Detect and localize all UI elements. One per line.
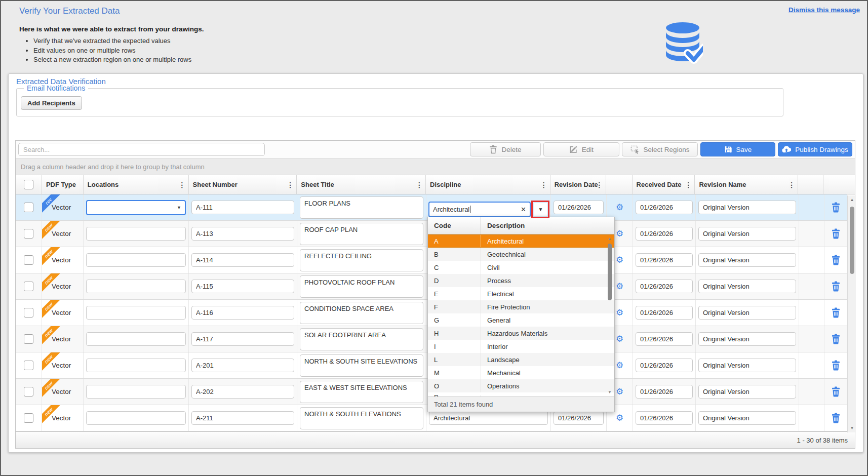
discipline-option[interactable]: O Operations: [428, 379, 614, 392]
received-date-input[interactable]: [636, 306, 693, 320]
gear-icon[interactable]: ⚙: [616, 282, 623, 291]
locations-input[interactable]: [86, 332, 186, 346]
column-header-revision-name[interactable]: Revision Name⋮: [695, 175, 798, 194]
gear-icon[interactable]: ⚙: [616, 414, 623, 422]
received-date-input[interactable]: [636, 332, 693, 346]
group-drop-zone[interactable]: Drag a column header and drop it here to…: [16, 158, 855, 175]
revision-name-input[interactable]: [698, 359, 796, 372]
locations-input[interactable]: [86, 227, 186, 241]
column-header-received-date[interactable]: Received Date⋮: [633, 175, 695, 194]
locations-input[interactable]: [86, 359, 186, 372]
gear-icon[interactable]: ⚙: [616, 229, 623, 238]
received-date-input[interactable]: [636, 359, 693, 372]
sheet-number-input[interactable]: [191, 280, 294, 293]
row-checkbox[interactable]: [24, 413, 33, 423]
delete-row-button[interactable]: [831, 334, 841, 344]
column-header-sheet-number[interactable]: Sheet Number⋮: [189, 175, 297, 194]
discipline-option[interactable]: I Interior: [428, 340, 614, 353]
save-button[interactable]: Save: [700, 142, 775, 156]
discipline-option[interactable]: L Landscape: [428, 353, 614, 366]
column-menu-icon[interactable]: ⋮: [179, 181, 186, 189]
sheet-number-input[interactable]: [191, 306, 294, 320]
column-menu-icon[interactable]: ⋮: [685, 181, 692, 189]
row-checkbox[interactable]: [24, 361, 33, 370]
discipline-option[interactable]: A Architectural: [428, 234, 614, 248]
sheet-title-box[interactable]: EAST & WEST SITE ELEVATIONS: [300, 381, 423, 403]
discipline-option[interactable]: F Fire Protection: [428, 300, 614, 313]
scroll-up-icon[interactable]: ▲: [607, 236, 613, 241]
row-checkbox[interactable]: [24, 387, 33, 396]
locations-input[interactable]: [86, 200, 186, 215]
row-checkbox[interactable]: [24, 308, 33, 318]
column-menu-icon[interactable]: ⋮: [416, 181, 423, 189]
gear-icon[interactable]: ⚙: [616, 335, 623, 343]
sheet-number-input[interactable]: [191, 411, 294, 425]
gear-icon[interactable]: ⚙: [616, 256, 623, 264]
clear-icon[interactable]: ✕: [521, 206, 526, 213]
sheet-number-input[interactable]: [191, 359, 294, 372]
publish-drawings-button[interactable]: Publish Drawings: [778, 142, 852, 156]
delete-row-button[interactable]: [831, 202, 841, 213]
select-all-checkbox[interactable]: [24, 180, 33, 189]
delete-row-button[interactable]: [831, 386, 841, 397]
sheet-title-box[interactable]: NORTH & SOUTH SITE ELEVATIONS: [300, 354, 423, 377]
dismiss-message-link[interactable]: Dismiss this message: [788, 6, 860, 14]
revision-name-input[interactable]: [698, 306, 796, 320]
row-checkbox[interactable]: [24, 229, 33, 239]
sheet-title-box[interactable]: FLOOR PLANS: [300, 196, 423, 219]
locations-input[interactable]: [86, 306, 186, 320]
discipline-option[interactable]: M Mechanical: [428, 366, 614, 379]
add-recipients-button[interactable]: Add Recipients: [21, 96, 82, 110]
gear-icon[interactable]: ⚙: [616, 361, 623, 370]
delete-row-button[interactable]: [831, 307, 841, 318]
revision-name-input[interactable]: [698, 332, 796, 346]
delete-row-button[interactable]: [831, 360, 841, 371]
received-date-input[interactable]: [636, 385, 693, 399]
discipline-option[interactable]: E Electrical: [428, 287, 614, 300]
delete-row-button[interactable]: [831, 413, 841, 423]
revision-date-input[interactable]: [554, 201, 604, 214]
received-date-input[interactable]: [636, 411, 693, 425]
discipline-option[interactable]: H Hazardous Materials: [428, 327, 614, 340]
revision-name-input[interactable]: [698, 201, 796, 214]
delete-button[interactable]: Delete: [470, 142, 541, 156]
delete-row-button[interactable]: [831, 281, 841, 292]
search-input[interactable]: [18, 143, 265, 156]
sheet-title-box[interactable]: NORTH & SOUTH ELEVATIONS: [300, 407, 423, 429]
grid-vertical-scrollbar[interactable]: ▲ ▼: [847, 195, 856, 432]
scroll-up-icon[interactable]: ▲: [848, 197, 856, 202]
locations-input[interactable]: [86, 411, 186, 425]
sheet-title-box[interactable]: REFLECTED CEILING: [300, 249, 423, 271]
column-menu-icon[interactable]: ⋮: [788, 181, 795, 189]
revision-name-input[interactable]: [698, 385, 796, 399]
sheet-number-input[interactable]: [191, 227, 294, 241]
locations-input[interactable]: [86, 385, 186, 399]
delete-row-button[interactable]: [831, 255, 841, 265]
row-checkbox[interactable]: [24, 203, 33, 212]
scrollbar-thumb[interactable]: [850, 207, 854, 274]
discipline-option[interactable]: P Plumbing: [428, 392, 614, 396]
discipline-option[interactable]: B Geotechnical: [428, 248, 614, 261]
scroll-down-icon[interactable]: ▼: [607, 390, 613, 394]
column-header-revision-date[interactable]: Revision Date⋮: [550, 175, 606, 194]
revision-date-input[interactable]: [554, 411, 604, 425]
locations-input[interactable]: [86, 280, 186, 293]
dropdown-scrollbar[interactable]: ▲ ▼: [607, 235, 613, 395]
row-checkbox[interactable]: [24, 282, 33, 291]
discipline-option[interactable]: D Process: [428, 274, 614, 287]
revision-name-input[interactable]: [698, 227, 796, 241]
column-menu-icon[interactable]: ⋮: [287, 181, 294, 189]
column-header-sheet-title[interactable]: Sheet Title⋮: [297, 175, 426, 194]
scrollbar-thumb[interactable]: [608, 244, 612, 300]
discipline-option[interactable]: C Civil: [428, 261, 614, 274]
discipline-input[interactable]: [429, 411, 548, 425]
row-checkbox[interactable]: [24, 334, 33, 344]
chevron-down-icon[interactable]: ▼: [177, 205, 181, 210]
column-menu-icon[interactable]: ⋮: [540, 181, 547, 189]
scroll-down-icon[interactable]: ▼: [848, 426, 856, 430]
sheet-number-input[interactable]: [191, 332, 294, 346]
received-date-input[interactable]: [636, 227, 693, 241]
select-regions-button[interactable]: Select Regions: [622, 142, 698, 156]
edit-button[interactable]: Edit: [543, 142, 619, 156]
discipline-option[interactable]: G General: [428, 313, 614, 327]
